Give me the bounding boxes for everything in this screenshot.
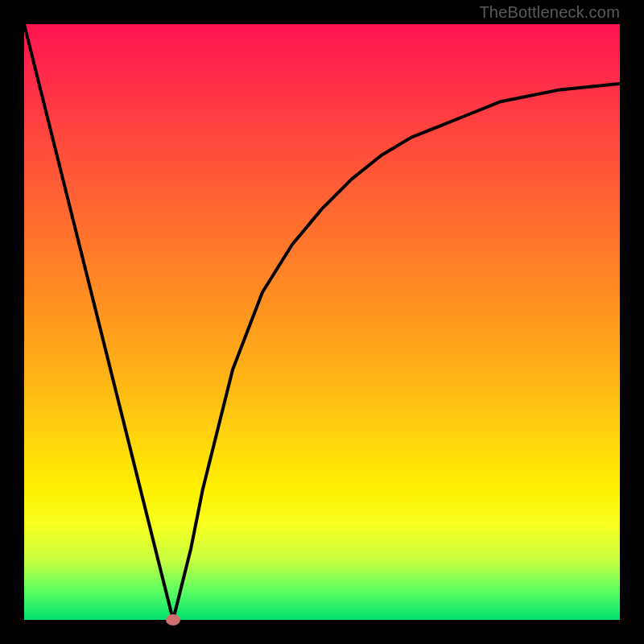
- curve-svg: [24, 24, 620, 620]
- bottleneck-curve: [24, 24, 620, 620]
- watermark-label: TheBottleneck.com: [479, 3, 620, 22]
- plot-area: [24, 24, 620, 620]
- optimum-marker: [166, 614, 180, 625]
- chart-frame: TheBottleneck.com: [0, 0, 644, 644]
